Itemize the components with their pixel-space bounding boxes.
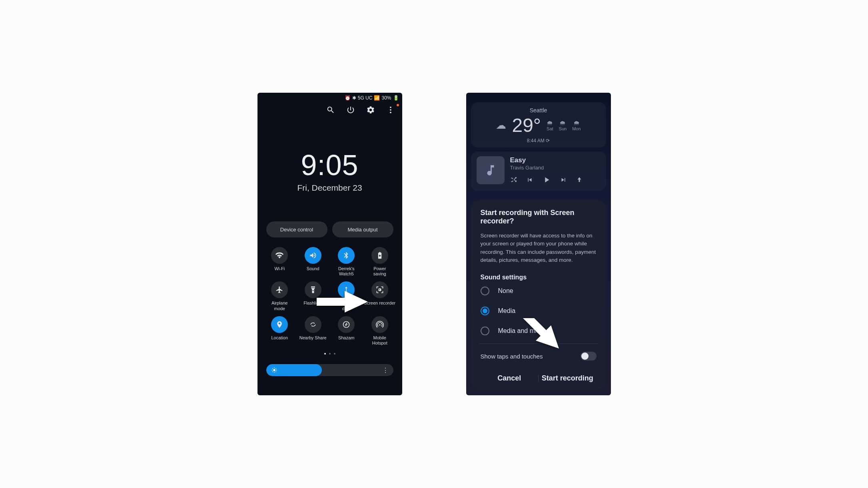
previous-track-icon[interactable]: [526, 176, 533, 185]
radio-label: Media and mic: [498, 327, 540, 335]
qs-tile-power-saving[interactable]: Power saving: [364, 247, 396, 277]
nearby-share-icon: [309, 321, 317, 329]
radio-label: None: [498, 287, 513, 295]
cancel-button[interactable]: Cancel: [481, 374, 539, 382]
qs-tile-screen-recorder[interactable]: Screen recorder: [364, 281, 396, 311]
svg-point-4: [273, 369, 275, 371]
qs-label: Mobile Hotspot: [372, 335, 387, 346]
alarm-icon: ⏰: [345, 95, 351, 101]
qs-tile-sound[interactable]: Sound: [297, 247, 329, 277]
wifi-icon: [275, 251, 283, 259]
qs-tile-flashlight[interactable]: Flashlight: [297, 281, 329, 311]
airplane-icon: [275, 286, 283, 294]
qs-tile-bluetooth[interactable]: Derrek's Watch5: [331, 247, 363, 277]
notification-dot-icon: [397, 104, 399, 106]
weather-city: Seattle: [477, 107, 601, 114]
qs-label: Airplane mode: [271, 301, 287, 311]
next-track-icon[interactable]: [560, 176, 567, 185]
radio-option-none[interactable]: None: [481, 281, 597, 301]
brightness-more-icon[interactable]: ⋮: [382, 366, 389, 374]
power-icon[interactable]: [346, 106, 355, 116]
rain-icon: 🌧: [573, 120, 580, 126]
page-indicator: [257, 353, 402, 355]
screen-recorder-dialog: Start recording with Screen recorder? Sc…: [471, 200, 606, 390]
screen-record-icon: [376, 286, 384, 294]
rain-icon: 🌧: [547, 120, 553, 126]
brightness-slider[interactable]: ⋮: [266, 364, 393, 376]
network-label: 5G UC: [358, 95, 373, 101]
dialog-title: Start recording with Screen recorder?: [481, 209, 597, 225]
panel-top-actions: [257, 102, 402, 121]
more-options-icon[interactable]: [386, 106, 395, 116]
divider: [479, 343, 598, 344]
qs-tile-wifi[interactable]: Wi-Fi: [264, 247, 296, 277]
svg-line-11: [272, 371, 273, 372]
qs-label: Derrek's Watch5: [338, 266, 355, 277]
shuffle-icon[interactable]: [510, 176, 517, 185]
start-recording-button[interactable]: Start recording: [539, 374, 597, 382]
svg-point-1: [390, 109, 391, 111]
flashlight-icon: [309, 286, 317, 294]
quick-settings-grid: Wi-Fi Sound Derrek's Watch5 Power saving…: [257, 237, 402, 346]
device-control-button[interactable]: Device control: [266, 221, 327, 237]
shortcut-row: Device control Media output: [257, 221, 402, 237]
refresh-icon[interactable]: ⟳: [546, 138, 550, 143]
screenshot-quick-settings: ⏰ ✱ 5G UC 📶 30% 🔋 9:05 Fri, December 23 …: [257, 93, 402, 395]
screenshot-record-dialog: Seattle ☁ 29° 🌧Sat 🌧Sun 🌧Mon 8:44 AM ⟳ E…: [466, 93, 611, 395]
qs-label: Mobile data: [340, 301, 353, 311]
battery-saving-icon: [376, 251, 384, 259]
brightness-fill: [266, 364, 322, 376]
weather-day-label: Mon: [572, 126, 581, 131]
location-icon: [275, 321, 283, 329]
signal-icon: 📶: [374, 95, 380, 101]
dialog-section-label: Sound settings: [481, 274, 597, 281]
hotspot-icon: [376, 321, 384, 329]
radio-label: Media: [498, 307, 516, 315]
qs-tile-nearby-share[interactable]: Nearby Share: [297, 316, 329, 346]
svg-point-0: [390, 107, 391, 108]
weather-day-label: Sun: [559, 126, 567, 131]
qs-tile-hotspot[interactable]: Mobile Hotspot: [364, 316, 396, 346]
qs-tile-airplane[interactable]: Airplane mode: [264, 281, 296, 311]
radio-option-media-mic[interactable]: Media and mic: [481, 321, 597, 341]
qs-label: Sound: [307, 266, 319, 271]
qs-tile-mobile-data[interactable]: Mobile data: [331, 281, 363, 311]
shazam-icon: [342, 321, 350, 329]
media-output-button[interactable]: Media output: [332, 221, 393, 237]
settings-gear-icon[interactable]: [366, 106, 375, 116]
radio-option-media[interactable]: Media: [481, 301, 597, 321]
battery-icon: 🔋: [393, 95, 399, 101]
toggle-switch[interactable]: [581, 352, 597, 361]
toggle-label: Show taps and touches: [481, 353, 543, 360]
svg-point-2: [390, 112, 391, 114]
qs-tile-location[interactable]: Location: [264, 316, 296, 346]
radio-button: [481, 327, 489, 335]
media-title: Easy: [510, 156, 601, 164]
sound-icon: [309, 251, 317, 259]
radio-button-selected: [481, 307, 489, 315]
weather-widget[interactable]: Seattle ☁ 29° 🌧Sat 🌧Sun 🌧Mon 8:44 AM ⟳: [471, 102, 606, 147]
clock-date: Fri, December 23: [257, 183, 402, 193]
clock-block: 9:05 Fri, December 23: [257, 149, 402, 193]
cloud-icon: ☁: [496, 119, 506, 131]
qs-label: Wi-Fi: [274, 266, 285, 271]
bluetooth-icon: [342, 251, 350, 259]
dialog-message: Screen recorder will have access to the …: [481, 232, 597, 264]
media-widget[interactable]: Easy Travis Garland: [471, 151, 606, 191]
cast-icon[interactable]: [576, 176, 583, 185]
clock-time: 9:05: [257, 149, 402, 181]
status-bar: ⏰ ✱ 5G UC 📶 30% 🔋: [257, 93, 402, 102]
sun-icon: [271, 367, 277, 373]
play-icon[interactable]: [542, 175, 551, 186]
search-icon[interactable]: [326, 106, 335, 116]
svg-line-12: [275, 368, 276, 368]
svg-point-3: [343, 321, 349, 327]
weather-updated: 8:44 AM: [527, 138, 545, 143]
weather-temp: 29°: [512, 114, 541, 136]
show-taps-toggle-row[interactable]: Show taps and touches: [481, 346, 597, 365]
weather-day-label: Sat: [547, 126, 553, 131]
qs-label: Shazam: [338, 335, 354, 341]
qs-tile-shazam[interactable]: Shazam: [331, 316, 363, 346]
battery-label: 30%: [381, 95, 391, 101]
radio-button: [481, 287, 489, 295]
